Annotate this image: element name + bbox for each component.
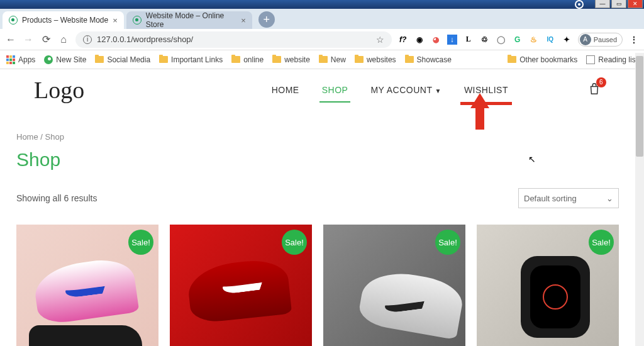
product-card[interactable]: Sale! [323,225,465,346]
close-tab-icon[interactable]: × [113,16,118,25]
page-title: Shop [0,149,635,170]
tab-title: Website Mode – Online Store [146,11,236,29]
folder-icon [272,56,281,63]
page-viewport: Logo HOME SHOP MY ACCOUNT▼ WISHLIST 6 Ho… [0,69,635,346]
product-card[interactable]: Sale! [477,225,619,346]
close-tab-icon[interactable]: × [241,16,246,25]
breadcrumb[interactable]: Home / Shop [0,132,635,142]
extensions: f? ◉ ◕ ↓ L ♲ ◯ G ♨ IQ ✦ A Paused ⋮ [398,33,639,47]
product-image [521,256,590,338]
sort-select[interactable]: Default sorting ⌄ [518,188,619,208]
sale-badge: Sale! [589,230,614,255]
product-card[interactable]: Sale! [16,225,158,346]
window-controls: — ▭ ✕ [595,0,643,8]
chevron-down-icon: ⌄ [606,194,613,203]
chevron-down-icon: ▼ [435,87,441,94]
menu-icon[interactable]: ⋮ [629,35,639,45]
site-info-icon[interactable]: i [83,35,92,44]
scrollbar[interactable] [635,53,644,346]
reading-list-button[interactable]: Reading list [586,55,638,64]
folder-icon [95,56,104,63]
sale-badge: Sale! [282,230,307,255]
address-bar[interactable]: i 127.0.0.1/wordpress/shop/ ☆ [75,31,392,48]
product-card[interactable]: Sale! [170,225,312,346]
bookmark-newsite[interactable]: New Site [44,55,86,64]
toolbar: ← → ⟳ ⌂ i 127.0.0.1/wordpress/shop/ ☆ f?… [0,29,644,50]
close-window-button[interactable]: ✕ [628,0,643,8]
bookmark-folder[interactable]: online [231,55,264,64]
minimize-button[interactable]: — [595,0,610,8]
bookmark-folder[interactable]: Important Links [159,55,223,64]
tab-title: Products – Website Mode [22,16,108,25]
recycle-icon[interactable]: ♲ [480,35,490,45]
record-icon[interactable] [575,0,584,9]
browser-tab-active[interactable]: Products – Website Mode × [3,11,124,29]
site-icon [44,55,53,64]
folder-icon [319,56,328,63]
sale-badge: Sale! [128,230,153,255]
folder-icon [355,56,364,63]
profile-chip[interactable]: A Paused [578,33,623,47]
folder-icon [405,56,414,63]
scrollbar-thumb[interactable] [636,56,643,157]
site-header: Logo HOME SHOP MY ACCOUNT▼ WISHLIST 6 [0,69,635,107]
bookmark-folder[interactable]: New [319,55,346,64]
product-grid: Sale! Sale! Sale! Sale! [0,225,635,346]
result-count: Showing all 6 results [16,193,97,203]
nav-shop[interactable]: SHOP [322,81,348,99]
bookmark-folder[interactable]: websites [355,55,396,64]
bookmark-folder[interactable]: Social Media [95,55,150,64]
favicon-icon [133,16,142,25]
sale-badge: Sale! [435,230,460,255]
primary-nav: HOME SHOP MY ACCOUNT▼ WISHLIST 6 [272,81,601,99]
forward-button[interactable]: → [23,34,34,45]
ext-g-icon[interactable]: G [513,35,523,45]
ext-l-icon[interactable]: L [464,35,474,45]
ext-color-icon[interactable]: ◕ [431,35,441,45]
cart-button[interactable]: 6 [587,82,601,98]
star-icon[interactable]: ☆ [376,35,384,45]
other-bookmarks[interactable]: Other bookmarks [508,55,577,64]
home-button[interactable]: ⌂ [58,34,69,45]
apps-button[interactable]: Apps [6,55,35,64]
folder-icon [159,56,168,63]
nav-home[interactable]: HOME [272,81,299,99]
ext-circle-icon[interactable]: ◯ [496,35,506,45]
ext-download-icon[interactable]: ↓ [447,35,457,45]
nav-account[interactable]: MY ACCOUNT▼ [370,81,441,99]
window-titlebar: — ▭ ✕ [0,0,644,9]
url-text: 127.0.0.1/wordpress/shop/ [97,35,193,44]
back-button[interactable]: ← [5,34,16,45]
maximize-button[interactable]: ▭ [611,0,626,8]
new-tab-button[interactable]: + [258,11,275,28]
folder-icon [231,56,240,63]
ext-iq-icon[interactable]: IQ [545,35,555,45]
cart-count-badge: 6 [596,77,606,87]
fire-icon[interactable]: ♨ [529,35,539,45]
bookmark-folder[interactable]: Showcase [405,55,452,64]
avatar-icon: A [580,34,591,45]
folder-icon [508,56,516,63]
favicon-icon [9,16,18,25]
bookmarks-bar: Apps New Site Social Media Important Lin… [0,50,644,69]
address-actions: ☆ [376,35,384,45]
site-logo[interactable]: Logo [34,76,84,104]
bookmark-folder[interactable]: website [272,55,310,64]
reload-button[interactable]: ⟳ [40,33,52,45]
extensions-icon[interactable]: ✦ [562,35,572,45]
cursor-icon: ↖ [528,154,536,164]
profile-status: Paused [594,36,617,43]
annotation-arrow [470,93,489,128]
apps-icon [6,55,15,64]
browser-tab[interactable]: Website Mode – Online Store × [126,11,252,29]
catalog-meta: Showing all 6 results Default sorting ⌄ [0,188,635,208]
camera-icon[interactable]: ◉ [414,35,425,45]
ext-f-icon[interactable]: f? [398,35,408,45]
sort-label: Default sorting [524,194,577,203]
tab-strip: Products – Website Mode × Website Mode –… [0,9,644,29]
